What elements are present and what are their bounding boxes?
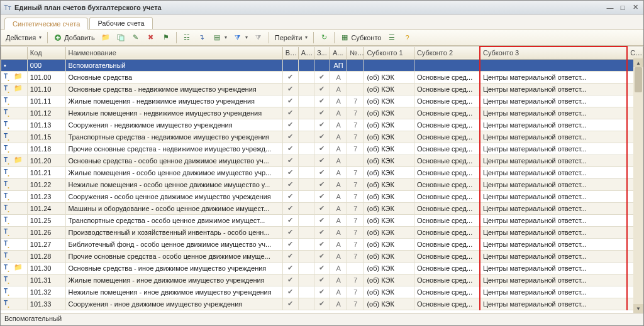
mark-button[interactable]: ⚑ bbox=[159, 31, 173, 44]
table-row[interactable]: T。 101.15Транспортные средства - недвижи… bbox=[1, 131, 643, 143]
cell-code: 101.24 bbox=[27, 202, 65, 214]
cell-a1 bbox=[298, 83, 314, 95]
filter-off-icon: ⧩ bbox=[254, 33, 263, 42]
subkonto-label: Субконто bbox=[351, 34, 381, 41]
hierarchy-button[interactable]: ☷ bbox=[180, 31, 194, 44]
row-icon: T。 bbox=[1, 178, 28, 190]
minimize-button[interactable]: — bbox=[604, 3, 616, 13]
table-row[interactable]: T。 101.13Сооружения - недвижимое имущест… bbox=[1, 119, 643, 131]
tool-dd-1[interactable]: ▤ bbox=[210, 31, 230, 44]
col-header-n[interactable]: №... bbox=[347, 46, 364, 59]
cell-n: 7 bbox=[347, 131, 364, 143]
table-row[interactable]: T。 101.12Нежилые помещения - недвижимое … bbox=[1, 107, 643, 119]
cell-sk3: Центры материальной ответст... bbox=[480, 202, 627, 214]
copy-icon bbox=[116, 33, 125, 42]
table-row[interactable]: T。 101.18Прочие основные средства - недв… bbox=[1, 143, 643, 155]
grid[interactable]: КодНаименованиеВ...А...З...А...№...Субко… bbox=[1, 46, 643, 313]
col-header-sk2[interactable]: Субконто 2 bbox=[414, 46, 480, 59]
col-header-code[interactable]: Код bbox=[27, 46, 65, 59]
cell-a2: А bbox=[330, 226, 347, 238]
cell-z: ✔ bbox=[314, 131, 330, 143]
tab-work[interactable]: Рабочие счета bbox=[89, 17, 152, 29]
col-header-z[interactable]: З... bbox=[314, 46, 330, 59]
cell-n: 7 bbox=[347, 286, 364, 298]
table-row[interactable]: T。 📁101.30Основные средства - иное движи… bbox=[1, 262, 643, 274]
scroll-down-arrow[interactable]: ▼ bbox=[633, 304, 643, 313]
row-icon: T。 bbox=[1, 107, 28, 119]
cell-z: ✔ bbox=[314, 107, 330, 119]
delete-icon: ✖ bbox=[147, 33, 155, 42]
cell-v: ✔ bbox=[282, 274, 298, 286]
goto-menu[interactable]: Перейти bbox=[272, 31, 311, 44]
col-header-icons[interactable] bbox=[1, 46, 28, 59]
journal-button[interactable]: ☰ bbox=[385, 31, 399, 44]
cell-sk3: Центры материальной ответст... bbox=[480, 83, 627, 95]
cell-name: Основные средства - иное движимое имущес… bbox=[65, 262, 282, 274]
cell-sk3: Центры материальной ответст... bbox=[480, 143, 627, 155]
scroll-thumb[interactable] bbox=[635, 67, 642, 92]
cell-sk3: Центры материальной ответст... bbox=[480, 155, 627, 166]
table-row[interactable]: T。 101.21Жилые помещения - особо ценное … bbox=[1, 166, 643, 178]
row-icon: T。 bbox=[1, 226, 28, 238]
col-header-c[interactable]: С... bbox=[627, 46, 643, 59]
table-row[interactable]: T。 101.25Транспортные средства - особо ц… bbox=[1, 214, 643, 226]
filter-icon: ⧩ bbox=[233, 33, 242, 42]
close-button[interactable]: ✕ bbox=[630, 3, 641, 13]
cell-v: ✔ bbox=[282, 119, 298, 131]
edit-button[interactable]: ✎ bbox=[129, 31, 143, 44]
cell-code: 101.20 bbox=[27, 155, 65, 166]
scroll-up-arrow[interactable]: ▲ bbox=[633, 58, 643, 67]
delete-button[interactable]: ✖ bbox=[144, 31, 158, 44]
filter-off-button[interactable]: ⧩ bbox=[252, 31, 265, 44]
row-icon: T。 bbox=[1, 202, 28, 214]
maximize-button[interactable]: □ bbox=[617, 3, 628, 13]
table-row[interactable]: • 000ВспомогательныйАП bbox=[1, 59, 643, 71]
subkonto-button[interactable]: ▦ Субконто bbox=[338, 31, 384, 44]
cell-a2: А bbox=[330, 274, 347, 286]
help-button[interactable]: ? bbox=[400, 31, 414, 44]
cell-z: ✔ bbox=[314, 250, 330, 262]
cell-v: ✔ bbox=[282, 166, 298, 178]
col-header-a1[interactable]: А... bbox=[298, 46, 314, 59]
tool-dd-2[interactable]: ⧩ bbox=[231, 31, 250, 44]
cell-code: 101.18 bbox=[27, 143, 65, 155]
add-folder-button[interactable]: 📁 bbox=[99, 31, 113, 44]
col-header-a2[interactable]: А... bbox=[330, 46, 347, 59]
table-row[interactable]: T。 101.24Машины и оборудование - особо ц… bbox=[1, 202, 643, 214]
cell-z: ✔ bbox=[314, 238, 330, 250]
row-icon: T。 📁 bbox=[1, 71, 28, 83]
refresh-button[interactable]: ↻ bbox=[317, 31, 331, 44]
row-icon: T。 bbox=[1, 166, 28, 178]
add-child-button[interactable] bbox=[114, 31, 128, 44]
cell-v: ✔ bbox=[282, 238, 298, 250]
table-row[interactable]: T。 101.22Нежилые помещения - особо ценно… bbox=[1, 178, 643, 190]
status-text: Вспомогательный bbox=[4, 315, 62, 322]
table-row[interactable]: T。 101.31Жилые помещения - иное движимое… bbox=[1, 274, 643, 286]
add-button[interactable]: Добавить bbox=[51, 31, 97, 44]
cell-sk3: Центры материальной ответст... bbox=[480, 286, 627, 298]
vertical-scrollbar[interactable]: ▲ ▼ bbox=[633, 58, 643, 313]
table-row[interactable]: T。 📁101.10Основные средства - недвижимое… bbox=[1, 83, 643, 95]
table-row[interactable]: T。 101.28Прочие основные средства - особ… bbox=[1, 250, 643, 262]
table-row[interactable]: T。 101.26Производственный и хозяйственны… bbox=[1, 226, 643, 238]
cell-a2: А bbox=[330, 190, 347, 202]
tab-synthetic[interactable]: Синтетические счета bbox=[4, 18, 88, 30]
table-row[interactable]: T。 101.27Библиотечный фонд - особо ценно… bbox=[1, 238, 643, 250]
cell-name: Сооружения - иное движимое имущество учр… bbox=[65, 298, 282, 310]
table-row[interactable]: T。 101.33Сооружения - иное движимое имущ… bbox=[1, 298, 643, 310]
pencil-icon: ✎ bbox=[131, 33, 140, 42]
cell-sk2: Основные сред... bbox=[414, 107, 480, 119]
col-header-sk3[interactable]: Субконто 3 bbox=[480, 46, 627, 59]
table-row[interactable]: T。 📁101.00Основные средства✔✔А(об) КЭКОс… bbox=[1, 71, 643, 83]
cell-a1 bbox=[298, 155, 314, 166]
cell-sk1: (об) КЭК bbox=[364, 71, 414, 83]
table-row[interactable]: T。 101.32Нежилые помещения - иное движим… bbox=[1, 286, 643, 298]
table-row[interactable]: T。 101.11Жилые помещения - недвижимое им… bbox=[1, 95, 643, 107]
table-row[interactable]: T。 📁101.20Основные средства - особо ценн… bbox=[1, 155, 643, 166]
move-button[interactable]: ↴ bbox=[195, 31, 209, 44]
col-header-sk1[interactable]: Субконто 1 bbox=[364, 46, 414, 59]
actions-menu[interactable]: Действия bbox=[3, 31, 44, 44]
table-row[interactable]: T。 101.23Сооружения - особо ценное движи… bbox=[1, 190, 643, 202]
col-header-name[interactable]: Наименование bbox=[65, 46, 282, 59]
col-header-v[interactable]: В... bbox=[282, 46, 298, 59]
